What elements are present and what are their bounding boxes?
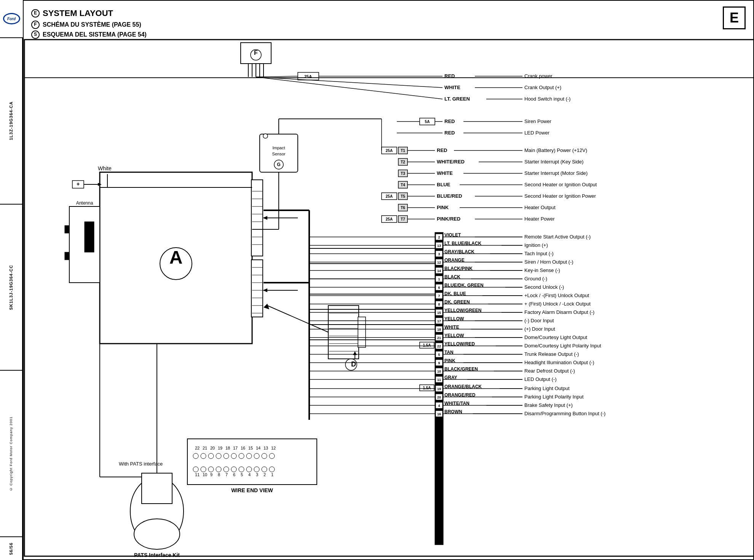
svg-text:Dome/Courtesy Light Polarity I: Dome/Courtesy Light Polarity Input (524, 343, 601, 349)
svg-text:Tach Input (-): Tach Input (-) (524, 251, 554, 256)
svg-text:14: 14 (437, 269, 441, 273)
svg-rect-261 (358, 317, 366, 347)
svg-text:(-) Door Input: (-) Door Input (524, 318, 554, 323)
svg-text:1.5A: 1.5A (423, 343, 431, 347)
svg-point-301 (193, 453, 198, 459)
part-number-top: 1L3Z-19G364-CA (9, 101, 13, 140)
svg-text:+ (First) Unlock / -Lock Outpu: + (First) Unlock / -Lock Output (524, 301, 591, 307)
svg-text:Impact: Impact (272, 146, 285, 150)
svg-text:5: 5 (241, 472, 243, 477)
svg-text:Ignition (+): Ignition (+) (524, 242, 548, 248)
svg-text:RED: RED (444, 118, 455, 124)
svg-text:WHITE/TAN: WHITE/TAN (444, 401, 470, 406)
svg-text:22: 22 (195, 446, 200, 450)
part-number-top-section: 1L3Z-19G364-CA (0, 38, 22, 205)
svg-point-333 (269, 467, 275, 472)
svg-text:9: 9 (210, 472, 212, 477)
svg-text:Sensor: Sensor (272, 152, 286, 156)
main-content: E SYSTEM LAYOUT F SCHÉMA DU SYSTÈME (PAG… (23, 0, 754, 560)
svg-rect-272 (65, 252, 69, 260)
svg-text:16: 16 (437, 412, 441, 416)
svg-point-302 (201, 453, 206, 459)
header: E SYSTEM LAYOUT F SCHÉMA DU SYSTÈME (PAG… (31, 6, 147, 39)
svg-point-287 (134, 519, 180, 549)
ford-oval: Ford (3, 13, 20, 24)
svg-text:YELLOW/GREEN: YELLOW/GREEN (444, 308, 481, 313)
svg-text:3: 3 (256, 472, 258, 477)
svg-text:Rear Defrost Output (-): Rear Defrost Output (-) (524, 368, 575, 374)
svg-text:Hood Switch input (-): Hood Switch input (-) (524, 96, 570, 102)
svg-text:Parking Light Output: Parking Light Output (524, 386, 570, 391)
ford-logo: Ford (0, 0, 23, 38)
svg-text:BROWN: BROWN (444, 409, 462, 414)
diagram-svg: F 25A RED Crank power WHITE Crank Output… (24, 39, 754, 557)
svg-text:Siren Power: Siren Power (524, 118, 551, 124)
svg-point-331 (254, 467, 259, 472)
svg-point-325 (208, 467, 214, 472)
svg-text:1: 1 (438, 277, 440, 281)
svg-text:13: 13 (437, 244, 441, 248)
svg-text:7: 7 (438, 294, 440, 298)
svg-text:With PATS interface: With PATS interface (119, 461, 163, 467)
svg-marker-55 (263, 216, 267, 220)
svg-text:PINK: PINK (444, 358, 455, 363)
svg-text:DK. GREEN: DK. GREEN (444, 299, 470, 305)
svg-point-248 (263, 134, 268, 138)
svg-text:8: 8 (438, 302, 440, 306)
svg-text:7: 7 (225, 472, 228, 477)
svg-text:4: 4 (248, 472, 251, 477)
svg-text:G: G (277, 162, 280, 167)
svg-text:GRAY/BLACK: GRAY/BLACK (444, 249, 474, 254)
svg-text:DK. BLUE: DK. BLUE (444, 291, 466, 296)
svg-text:BLUE: BLUE (437, 182, 450, 187)
svg-text:Dome/Courtesy Light Output: Dome/Courtesy Light Output (524, 334, 587, 340)
svg-point-307 (239, 453, 244, 459)
left-sidebar: Ford 1L3Z-19G364-CA SK1L3J-19G364-CC © C… (0, 0, 23, 560)
part-number-bottom-section: SK1L3J-19G364-CC (0, 205, 22, 371)
svg-text:Siren / Horn Output (-): Siren / Horn Output (-) (524, 259, 573, 265)
svg-text:Trunk Release Output (-): Trunk Release Output (-) (524, 351, 579, 357)
svg-text:18: 18 (225, 446, 230, 450)
page-number-text: 56/56 (9, 542, 13, 555)
svg-text:ORANGE: ORANGE (444, 258, 465, 263)
svg-text:WIRE END VIEW: WIRE END VIEW (231, 487, 273, 493)
svg-text:Starter Interrupt (Motor Side): Starter Interrupt (Motor Side) (524, 170, 588, 176)
svg-text:18: 18 (437, 328, 441, 331)
svg-text:6: 6 (233, 472, 235, 477)
svg-text:4: 4 (438, 404, 440, 408)
svg-point-306 (231, 453, 236, 459)
part-number-bottom: SK1L3J-19G364-CC (9, 265, 13, 310)
svg-text:WHITE/RED: WHITE/RED (437, 159, 465, 165)
svg-text:21: 21 (437, 336, 441, 340)
svg-text:11: 11 (195, 472, 200, 477)
svg-text:19: 19 (437, 387, 441, 391)
svg-text:14: 14 (256, 446, 260, 450)
svg-rect-269 (85, 222, 94, 252)
svg-text:D: D (351, 360, 356, 368)
svg-text:VIOLET: VIOLET (444, 232, 461, 238)
svg-point-305 (224, 453, 229, 459)
svg-text:YELLOW: YELLOW (444, 333, 464, 338)
svg-text:22: 22 (437, 344, 441, 348)
e-box-corner: E (723, 6, 746, 29)
svg-text:13: 13 (264, 446, 268, 450)
svg-text:LT. GREEN: LT. GREEN (444, 96, 470, 102)
svg-point-303 (208, 453, 214, 459)
svg-rect-46 (251, 260, 263, 317)
svg-text:12: 12 (437, 261, 441, 264)
svg-text:Factory Alarm Disarm Output (-: Factory Alarm Disarm Output (-) (524, 309, 594, 315)
svg-marker-57 (263, 288, 267, 292)
svg-text:ORANGE/RED: ORANGE/RED (444, 392, 476, 398)
svg-point-327 (224, 467, 229, 472)
page-number: 56/56 (0, 537, 22, 560)
svg-text:17: 17 (437, 319, 441, 323)
svg-text:Antenna: Antenna (76, 200, 93, 206)
svg-text:Starter Interrupt (Key Side): Starter Interrupt (Key Side) (524, 159, 583, 165)
svg-text:BLACK/GREEN: BLACK/GREEN (444, 366, 478, 372)
svg-text:PINK: PINK (437, 205, 449, 210)
svg-text:11: 11 (437, 378, 441, 382)
svg-text:BLACK/PINK: BLACK/PINK (444, 266, 473, 271)
svg-text:(+) Door Input: (+) Door Input (524, 326, 555, 332)
svg-text:Second Heater or Ignition Outp: Second Heater or Ignition Output (524, 182, 597, 187)
svg-text:Second Unlock (-): Second Unlock (-) (524, 284, 564, 290)
